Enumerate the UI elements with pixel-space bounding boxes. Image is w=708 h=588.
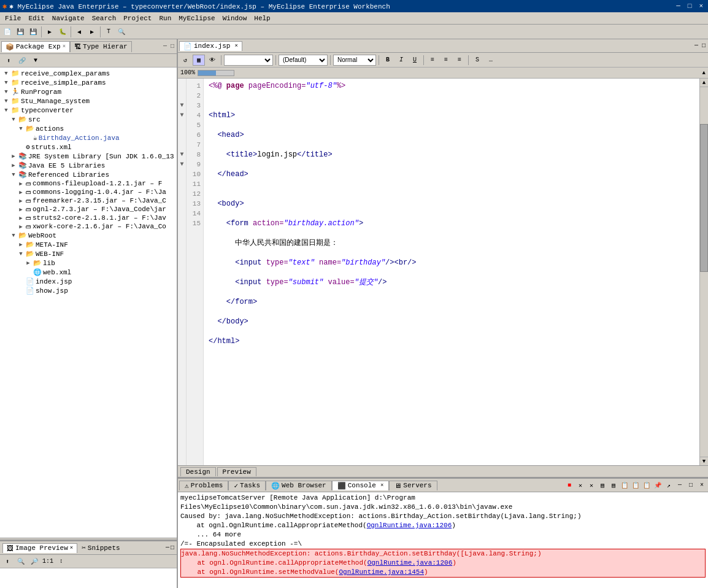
tree-web-inf[interactable]: ▼ 📂 WEB-INF (0, 249, 177, 258)
menu-window[interactable]: Window (219, 14, 251, 23)
tree-src[interactable]: ▼ 📂 src (0, 115, 177, 124)
editor-maximize-btn[interactable]: □ (701, 42, 707, 49)
fold-gutter-8[interactable]: ▼ (178, 150, 186, 160)
tree-jar-logging[interactable]: ▶ 🗃 commons-logging-1.0.4.jar – F:\Ja (0, 188, 177, 196)
tree-web-xml[interactable]: 🌐 web.xml (0, 268, 177, 277)
minimize-panel-btn[interactable]: ─ (162, 43, 168, 50)
design-tab[interactable]: Design (180, 467, 216, 476)
tree-receive-simple[interactable]: ▼ 📁 receive_simple_params (0, 78, 177, 87)
expand-runprogram[interactable]: ▼ (2, 89, 10, 95)
image-preview-close[interactable]: × (70, 545, 73, 551)
toolbar-new[interactable]: 📄 (1, 26, 13, 38)
link-editor-btn[interactable]: 🔗 (16, 55, 28, 67)
ognl-link-1[interactable]: OgnlRuntime.java:1206 (367, 522, 452, 529)
preview-btn3[interactable]: 🔎 (28, 555, 40, 568)
expand-referenced-libs[interactable]: ▼ (10, 172, 17, 178)
con-close[interactable]: × (697, 481, 707, 490)
tree-birthday-action[interactable]: ☕ Birthday_Action.java (0, 133, 177, 142)
type-hierarchy-tab[interactable]: 🏗 Type Hierar (70, 41, 132, 52)
con-btn10[interactable]: ↗ (664, 481, 674, 490)
ognl-link-2[interactable]: OgnlRuntime.java:1206 (367, 559, 453, 567)
underline-btn[interactable]: U (409, 55, 421, 66)
fold-gutter-4[interactable]: ▼ (178, 110, 186, 120)
con-minimize[interactable]: ─ (675, 481, 685, 490)
maximize-button[interactable]: □ (685, 2, 695, 10)
tree-meta-inf[interactable]: ▶ 📂 META-INF (0, 240, 177, 249)
expand-typeconverter[interactable]: ▼ (2, 107, 10, 114)
expand-actions[interactable]: ▼ (17, 126, 25, 132)
tree-struts-xml[interactable]: ⚙ struts.xml (0, 142, 177, 152)
expand-receive-complex[interactable]: ▼ (2, 71, 10, 77)
ognl-link-3[interactable]: OgnlRuntime.java:1454 (339, 568, 424, 576)
preview-minimize-btn[interactable]: ─ (166, 544, 169, 551)
scroll-up-arrow[interactable]: ▲ (700, 79, 708, 87)
tree-show-jsp[interactable]: 📄 show.jsp (0, 286, 177, 295)
package-explorer-tab[interactable]: 📦 Package Exp × (1, 41, 70, 52)
tree-jar-ognl[interactable]: ▶ 🗃 ognl-2.7.3.jar – F:\Java_Code\jar (0, 205, 177, 214)
con-btn6[interactable]: 📋 (620, 481, 629, 490)
style-select[interactable]: (Default) (279, 55, 328, 66)
package-tab-close[interactable]: × (63, 44, 66, 50)
preview-maximize-btn[interactable]: □ (171, 544, 174, 551)
tree-typeconverter[interactable]: ▼ 📁 typeconverter (0, 106, 177, 115)
expand-jar-freemarker[interactable]: ▶ (17, 198, 25, 204)
format-select[interactable]: Normal (333, 55, 376, 66)
toolbar-run[interactable]: ▶ (44, 26, 56, 38)
con-btn3[interactable]: ✕ (587, 481, 596, 490)
editor-minimize-btn[interactable]: ─ (693, 42, 699, 49)
menu-run[interactable]: Run (155, 14, 175, 23)
expand-jar-struts2[interactable]: ▶ (17, 215, 25, 222)
expand-stu-manage[interactable]: ▼ (2, 98, 10, 104)
zoom-slider[interactable] (198, 70, 234, 76)
tree-runprogram[interactable]: ▼ 🏃 RunProgram (0, 87, 177, 96)
toolbar-save-all[interactable]: 💾 (27, 26, 39, 38)
code-content[interactable]: <%@ page pageEncoding="utf-8"%> <html> <… (204, 79, 699, 465)
editor-vscrollbar[interactable]: ▲ ▼ (699, 79, 708, 465)
menu-edit[interactable]: Edit (25, 14, 48, 23)
design-view-btn[interactable]: ▦ (193, 55, 205, 66)
toolbar-open-type[interactable]: T (102, 26, 115, 38)
preview-tab-editor[interactable]: Preview (217, 467, 256, 476)
scroll-track[interactable] (700, 87, 708, 457)
toolbar-save[interactable]: 💾 (14, 26, 26, 38)
con-btn5[interactable]: ▤ (609, 481, 618, 490)
menu-navigate[interactable]: Navigate (48, 14, 88, 23)
expand-receive-simple[interactable]: ▼ (2, 80, 10, 86)
fold-gutter-3[interactable]: ▼ (178, 101, 186, 110)
tree-referenced-libs[interactable]: ▼ 📚 Referenced Libraries (0, 170, 177, 179)
tree-area[interactable]: ▼ 📁 receive_complex_params ▼ 📁 receive_s… (0, 68, 177, 538)
tree-actions[interactable]: ▼ 📂 actions (0, 124, 177, 133)
stop-btn[interactable]: ■ (564, 481, 574, 490)
tree-lib[interactable]: ▶ 📂 lib (0, 258, 177, 268)
expand-meta-inf[interactable]: ▶ (17, 241, 25, 248)
scroll-up-btn[interactable]: ▲ (702, 70, 706, 76)
fold-gutter-9[interactable]: ▼ (178, 160, 186, 169)
font-family-select[interactable] (224, 55, 273, 66)
preview-btn4[interactable]: 1:1 (42, 555, 54, 568)
tree-jar-freemarker[interactable]: ▶ 🗃 freemarker-2.3.15.jar – F:\Java_C (0, 196, 177, 205)
align-center-btn[interactable]: ≡ (440, 55, 452, 66)
console-tab-close[interactable]: × (380, 482, 383, 489)
problems-tab[interactable]: ⚠ Problems (179, 481, 228, 490)
tasks-tab[interactable]: ✓ Tasks (228, 481, 266, 490)
expand-jre-lib[interactable]: ▶ (10, 153, 17, 160)
refresh-btn[interactable]: ↺ (179, 55, 191, 66)
minimize-button[interactable]: ─ (674, 2, 683, 10)
collapse-all-btn[interactable]: ⬆ (2, 55, 15, 67)
preview-view-btn[interactable]: 👁 (206, 55, 218, 66)
menu-file[interactable]: File (1, 14, 25, 23)
menu-myeclipse[interactable]: MyEclipse (175, 14, 218, 23)
expand-jar-ognl[interactable]: ▶ (17, 206, 25, 213)
con-btn8[interactable]: 📋 (642, 481, 652, 490)
servers-tab[interactable]: 🖥 Servers (389, 481, 437, 490)
con-maximize[interactable]: □ (686, 481, 696, 490)
editor-tab-index-jsp[interactable]: 📄 index.jsp × (179, 41, 242, 51)
tree-menu-btn[interactable]: ▼ (29, 55, 42, 67)
menu-project[interactable]: Project (120, 14, 155, 23)
con-btn7[interactable]: 📋 (631, 481, 641, 490)
snippets-tab-btn[interactable]: ✂ Snippets (77, 543, 124, 553)
close-button[interactable]: × (696, 2, 706, 10)
tree-jre-lib[interactable]: ▶ 📚 JRE System Library [Sun JDK 1.6.0_13 (0, 152, 177, 161)
tree-receive-complex[interactable]: ▼ 📁 receive_complex_params (0, 69, 177, 78)
scroll-down-arrow[interactable]: ▼ (700, 457, 708, 465)
